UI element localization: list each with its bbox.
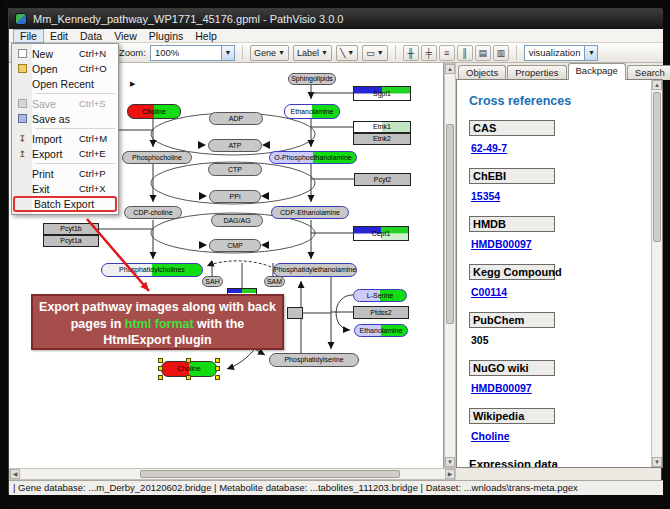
node-adp[interactable]: ADP bbox=[209, 112, 263, 125]
file-menu-item-batch-export[interactable]: Batch Export bbox=[13, 196, 117, 212]
menubar-item-view[interactable]: View bbox=[108, 29, 143, 43]
node-l-serine[interactable]: L-Serine bbox=[353, 289, 407, 302]
stack-vertical-button[interactable]: ▤ bbox=[475, 45, 491, 61]
crossref-link[interactable]: HMDB00097 bbox=[471, 238, 532, 250]
chevron-down-icon[interactable]: ▼ bbox=[584, 46, 597, 60]
node-sphingolipids[interactable]: Sphingolipids bbox=[288, 73, 336, 85]
chevron-down-icon[interactable]: ▼ bbox=[321, 49, 328, 56]
scroll-left-icon[interactable]: ◀ bbox=[10, 469, 20, 479]
tab-objects[interactable]: Objects bbox=[458, 65, 506, 80]
scroll-up-icon[interactable]: ▲ bbox=[445, 64, 455, 74]
node-o-phosphoethanolamine[interactable]: O-Phosphoethanolamine bbox=[269, 151, 357, 164]
distribute-horizontal-button[interactable]: ║ bbox=[457, 45, 473, 61]
distribute-vertical-button[interactable]: ≡ bbox=[439, 45, 455, 61]
node-sam[interactable]: SAM bbox=[264, 276, 285, 287]
zoom-combobox[interactable]: 100% ▼ bbox=[150, 45, 235, 61]
scroll-down-icon[interactable]: ▼ bbox=[652, 457, 662, 467]
selection-handle[interactable] bbox=[186, 375, 191, 380]
node-atp[interactable]: ATP bbox=[208, 139, 262, 152]
file-menu-item-save[interactable]: SaveCtrl+S bbox=[13, 96, 117, 111]
node-ppi[interactable]: PPi bbox=[209, 190, 261, 203]
node-phosphocholine[interactable]: Phosphocholine bbox=[122, 151, 192, 164]
node-cept1[interactable]: Cept1 bbox=[353, 226, 409, 241]
selection-handle[interactable] bbox=[186, 358, 191, 363]
node-cdp-choline[interactable]: CDP-choline bbox=[124, 206, 182, 219]
file-menu-item-open-recent[interactable]: Open Recent▶ bbox=[13, 76, 117, 91]
chevron-down-icon[interactable]: ▼ bbox=[347, 49, 354, 56]
node-phosphatidylcholines[interactable]: Phosphatidylcholines bbox=[101, 263, 203, 277]
node-dag-ag[interactable]: DAG/AG bbox=[211, 214, 263, 227]
file-menu-item-new[interactable]: NewCtrl+N bbox=[13, 46, 117, 61]
scrollbar-thumb[interactable] bbox=[140, 470, 400, 478]
align-vertical-center-button[interactable]: ╪ bbox=[421, 45, 437, 61]
node-pcyt2[interactable]: Pcyt2 bbox=[354, 173, 411, 186]
menubar-item-help[interactable]: Help bbox=[189, 29, 223, 43]
scroll-up-icon[interactable]: ▲ bbox=[652, 80, 662, 90]
node-pcyt1b[interactable]: Pcyt1b bbox=[43, 223, 99, 235]
node-cmp[interactable]: CMP bbox=[209, 239, 261, 252]
file-menu-item-export[interactable]: ↥ExportCtrl+E bbox=[13, 146, 117, 161]
node-hidden-gene[interactable] bbox=[287, 307, 303, 319]
node-ptdss2[interactable]: Ptdss2 bbox=[353, 306, 409, 319]
selection-handle[interactable] bbox=[215, 366, 220, 371]
menu-item-label: New bbox=[32, 48, 79, 60]
chevron-down-icon[interactable]: ▼ bbox=[278, 49, 285, 56]
canvas-vertical-scrollbar[interactable]: ▲ ▼ bbox=[444, 63, 456, 468]
menubar-item-data[interactable]: Data bbox=[74, 29, 108, 43]
node-choline-selected[interactable]: Choline bbox=[161, 361, 217, 377]
screenshot-frame: Mm_Kennedy_pathway_WP1771_45176.gpml - P… bbox=[0, 0, 670, 509]
file-menu-item-save-as[interactable]: Save as bbox=[13, 111, 117, 126]
node-ethanolamine-bottom[interactable]: Ethanolamine bbox=[354, 324, 408, 337]
node-etnk1[interactable]: Etnk1 bbox=[353, 121, 411, 133]
distribute-vertical-icon: ≡ bbox=[444, 48, 449, 58]
file-menu-item-import[interactable]: ↧ImportCtrl+M bbox=[13, 131, 117, 146]
node-pcyt1a[interactable]: Pcyt1a bbox=[43, 235, 99, 247]
align-horizontal-center-button[interactable]: ╫ bbox=[403, 45, 419, 61]
shape-tool-label: ▭ bbox=[366, 48, 375, 58]
node-label: Ptdss2 bbox=[354, 307, 408, 318]
title-bar[interactable]: Mm_Kennedy_pathway_WP1771_45176.gpml - P… bbox=[9, 9, 663, 29]
crossref-link[interactable]: C00114 bbox=[471, 286, 507, 298]
crossref-link[interactable]: 62-49-7 bbox=[471, 142, 507, 154]
scrollbar-thumb[interactable] bbox=[446, 124, 454, 324]
selection-handle[interactable] bbox=[158, 375, 163, 380]
scroll-down-icon[interactable]: ▼ bbox=[445, 457, 455, 467]
file-menu-item-print[interactable]: PrintCtrl+P bbox=[13, 166, 117, 181]
selection-handle[interactable] bbox=[158, 366, 163, 371]
menubar-item-edit[interactable]: Edit bbox=[44, 29, 74, 43]
node-sgpl1[interactable]: Sgpl1 bbox=[353, 86, 411, 101]
selection-handle[interactable] bbox=[215, 358, 220, 363]
visualization-combobox[interactable]: visualization ▼ bbox=[524, 45, 599, 61]
label-tool-button[interactable]: Label▼ bbox=[293, 45, 332, 61]
selection-handle[interactable] bbox=[158, 358, 163, 363]
node-cdp-ethanolamine[interactable]: CDP-Ethanolamine bbox=[271, 206, 349, 219]
scroll-right-icon[interactable]: ▶ bbox=[445, 469, 455, 479]
menubar-item-plugins[interactable]: Plugins bbox=[143, 29, 189, 43]
node-ethanolamine-top[interactable]: Ethanolamine bbox=[284, 104, 340, 119]
scrollbar-thumb[interactable] bbox=[653, 92, 661, 242]
stack-horizontal-button[interactable]: ▥ bbox=[493, 45, 509, 61]
tab-search[interactable]: Search bbox=[627, 65, 670, 80]
node-phosphatidylserine[interactable]: Phosphatidylserine bbox=[269, 353, 359, 367]
crossref-link[interactable]: HMDB00097 bbox=[471, 382, 532, 394]
file-menu-item-open[interactable]: OpenCtrl+O bbox=[13, 61, 117, 76]
shape-tool-button[interactable]: ▭▼ bbox=[362, 45, 387, 61]
gene-tool-button[interactable]: Gene▼ bbox=[250, 45, 289, 61]
crossref-link[interactable]: Choline bbox=[471, 430, 510, 442]
tab-backpage[interactable]: Backpage bbox=[568, 63, 626, 80]
canvas-horizontal-scrollbar[interactable]: ◀ ▶ bbox=[9, 468, 456, 480]
node-phosphatidylethanolamine[interactable]: Phosphatidylethanolamine bbox=[273, 263, 357, 277]
panel-vertical-scrollbar[interactable]: ▲ ▼ bbox=[651, 80, 662, 467]
chevron-down-icon[interactable]: ▼ bbox=[221, 46, 234, 60]
menubar-item-file[interactable]: File bbox=[13, 29, 44, 43]
node-sah[interactable]: SAH bbox=[202, 276, 223, 287]
tab-properties[interactable]: Properties bbox=[507, 65, 566, 80]
node-choline[interactable]: Choline bbox=[127, 104, 181, 119]
selection-handle[interactable] bbox=[215, 375, 220, 380]
crossref-link[interactable]: 15354 bbox=[471, 190, 500, 202]
node-ctp[interactable]: CTP bbox=[208, 163, 262, 176]
chevron-down-icon[interactable]: ▼ bbox=[377, 49, 384, 56]
file-menu-item-exit[interactable]: ExitCtrl+X bbox=[13, 181, 117, 196]
line-tool-button[interactable]: ╲▼ bbox=[336, 45, 358, 61]
node-etnk2[interactable]: Etnk2 bbox=[353, 133, 411, 145]
